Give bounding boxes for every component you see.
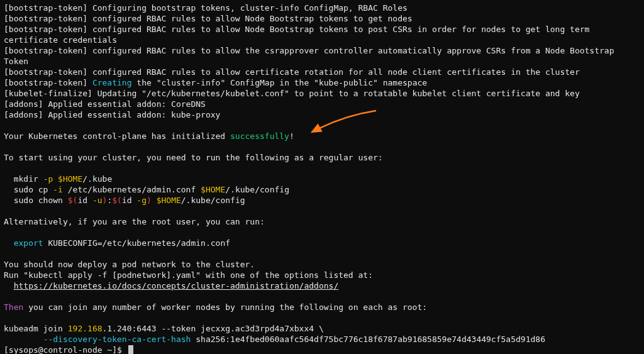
terminal-line: sudo chown $(id -u):$(id -g) $HOME/.kube… [4, 195, 640, 206]
terminal-line: [bootstrap-token] configured RBAC rules … [4, 45, 640, 67]
terminal-blank-line [4, 227, 640, 238]
terminal-text-segment: -i [53, 185, 63, 194]
terminal-text-segment: --discovery-token-ca-cert-hash [43, 335, 191, 344]
terminal-line: [addons] Applied essential addon: kube-p… [4, 109, 640, 120]
terminal-text-segment: -g [136, 196, 147, 205]
terminal-text-segment: $( [112, 196, 122, 205]
terminal-text-segment: sudo chown [4, 196, 68, 205]
terminal-text-segment: -p [43, 174, 53, 184]
terminal-text-segment: [bootstrap-token] configured RBAC rules … [4, 46, 619, 66]
terminal-prompt-line[interactable]: [sysops@control-node ~]$ [4, 345, 640, 354]
terminal-text-segment: sha256:1e4fbed060aafc564df75bc776c18f678… [191, 335, 545, 344]
terminal-text-segment: To start using your cluster, you need to… [4, 153, 383, 162]
terminal-text-segment: You should now deploy a pod network to t… [4, 260, 255, 269]
terminal-text-segment: .1.240:6443 --token jecxxg.ac3d3rpd4a7xb… [103, 324, 324, 333]
terminal-text-segment: ! [289, 131, 294, 141]
terminal-line: kubeadm join 192.168.1.240:6443 --token … [4, 323, 640, 334]
terminal-line: export KUBECONFIG=/etc/kubernetes/admin.… [4, 238, 640, 248]
terminal-text-segment: [bootstrap-token] [4, 78, 92, 87]
terminal-text-segment: /.kube/config [225, 185, 289, 194]
terminal-text-segment: KUBECONFIG=/etc/kubernetes/admin.conf [43, 238, 230, 248]
terminal-text-segment: $( [68, 196, 78, 205]
terminal-line: Run "kubectl apply -f [podnetwork].yaml"… [4, 270, 640, 280]
terminal-line: Alternatively, if you are the root user,… [4, 216, 640, 227]
terminal-line: [bootstrap-token] configured RBAC rules … [4, 24, 640, 45]
terminal-blank-line [4, 206, 640, 216]
terminal-line: sudo cp -i /etc/kubernetes/admin.conf $H… [4, 184, 640, 195]
terminal-text-segment: you can join any number of worker nodes … [23, 302, 427, 312]
terminal-text-segment: [addons] Applied essential addon: kube-p… [4, 110, 220, 119]
terminal-text-segment: $HOME [201, 185, 225, 194]
terminal-blank-line [4, 291, 640, 302]
terminal-blank-line [4, 313, 640, 323]
terminal-text-segment: id [77, 196, 92, 205]
terminal-line: --discovery-token-ca-cert-hash sha256:1e… [4, 334, 640, 345]
terminal-text-segment: Run "kubectl apply -f [podnetwork].yaml"… [4, 270, 373, 280]
terminal-text-segment: $HOME [157, 196, 181, 205]
terminal-cursor [128, 345, 133, 354]
terminal-text-segment: /etc/kubernetes/admin.conf [63, 185, 201, 194]
terminal-text-segment [4, 335, 43, 344]
terminal-output[interactable]: [bootstrap-token] Configuring bootstrap … [0, 0, 644, 354]
terminal-line: [bootstrap-token] Creating the "cluster-… [4, 77, 640, 88]
terminal-text-segment: [addons] Applied essential addon: CoreDN… [4, 99, 206, 109]
terminal-text-segment: /.kube [82, 174, 112, 184]
terminal-text-segment: export [14, 238, 43, 248]
terminal-text-segment: Then [4, 302, 23, 312]
terminal-text-segment: 192.168 [68, 324, 103, 333]
terminal-text-segment: kubeadm join [4, 324, 68, 333]
terminal-line: Your Kubernetes control-plane has initia… [4, 131, 640, 141]
terminal-line: mkdir -p $HOME/.kube [4, 174, 640, 184]
terminal-line: Then you can join any number of worker n… [4, 302, 640, 313]
terminal-text-segment: /.kube/config [181, 196, 245, 205]
terminal-line: [bootstrap-token] configured RBAC rules … [4, 67, 640, 77]
terminal-text-segment: [sysops@control-node ~]$ [4, 345, 127, 354]
terminal-text-segment: Creating [92, 78, 132, 87]
terminal-blank-line [4, 120, 640, 131]
terminal-line: [bootstrap-token] configured RBAC rules … [4, 13, 640, 24]
terminal-line: https://kubernetes.io/docs/concepts/clus… [4, 280, 640, 291]
terminal-text-segment [53, 174, 58, 184]
terminal-text-segment: id [122, 196, 136, 205]
terminal-text-segment: -u [92, 196, 103, 205]
terminal-text-segment: mkdir [4, 174, 43, 184]
terminal-line: [kubelet-finalize] Updating "/etc/kubern… [4, 88, 640, 99]
terminal-text-segment: ) [147, 196, 152, 205]
terminal-line: You should now deploy a pod network to t… [4, 259, 640, 270]
terminal-text-segment [4, 238, 14, 248]
terminal-text-segment: the "cluster-info" ConfigMap in the "kub… [132, 78, 428, 87]
terminal-text-segment: [bootstrap-token] configured RBAC rules … [4, 67, 580, 77]
terminal-line: [addons] Applied essential addon: CoreDN… [4, 99, 640, 109]
terminal-text-segment: [kubelet-finalize] Updating "/etc/kubern… [4, 89, 580, 98]
terminal-text-segment: sudo cp [4, 185, 53, 194]
terminal-text-segment: successfully [230, 131, 289, 141]
terminal-text-segment [4, 281, 14, 290]
terminal-text-segment [152, 196, 157, 205]
terminal-blank-line [4, 163, 640, 174]
terminal-blank-line [4, 248, 640, 259]
terminal-text-segment: $HOME [58, 174, 82, 184]
terminal-text-segment: [bootstrap-token] Configuring bootstrap … [4, 3, 408, 13]
terminal-line: [bootstrap-token] Configuring bootstrap … [4, 3, 640, 13]
terminal-text-segment: https://kubernetes.io/docs/concepts/clus… [14, 281, 339, 290]
terminal-blank-line [4, 141, 640, 152]
terminal-text-segment: [bootstrap-token] configured RBAC rules … [4, 25, 594, 45]
terminal-text-segment: [bootstrap-token] configured RBAC rules … [4, 14, 413, 23]
terminal-text-segment: Your Kubernetes control-plane has initia… [4, 131, 230, 141]
terminal-text-segment: Alternatively, if you are the root user,… [4, 217, 265, 226]
terminal-line: To start using your cluster, you need to… [4, 152, 640, 163]
